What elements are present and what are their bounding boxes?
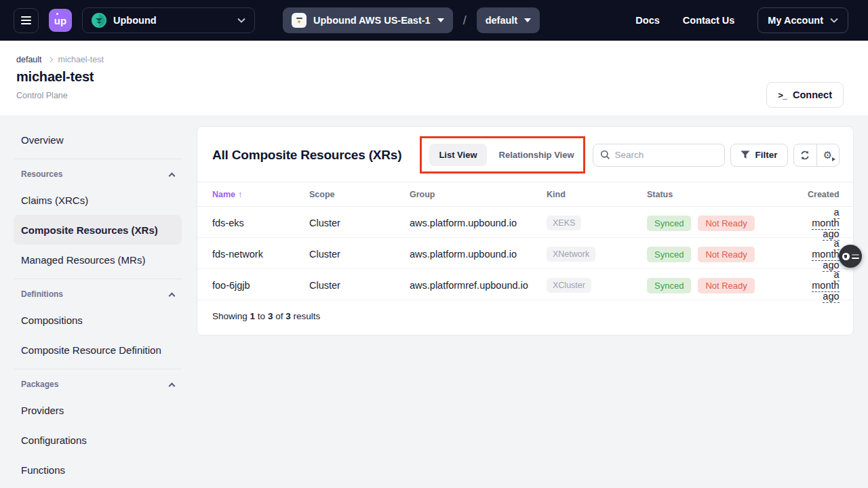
organization-selector-label: Upbound bbox=[113, 15, 157, 26]
breadcrumb: default michael-test bbox=[16, 55, 868, 64]
created-timestamp[interactable]: a month ago bbox=[812, 269, 839, 303]
sidebar-section-packages-label: Packages bbox=[21, 380, 58, 389]
sidebar-section-resources[interactable]: Resources bbox=[14, 163, 182, 185]
org-avatar-icon bbox=[92, 13, 106, 28]
tab-list-view[interactable]: List View bbox=[429, 144, 486, 166]
filter-button-label: Filter bbox=[755, 150, 778, 160]
refresh-button[interactable] bbox=[794, 144, 816, 166]
results-total: 3 bbox=[285, 311, 291, 321]
cell-scope: Cluster bbox=[309, 249, 410, 260]
results-summary: Showing 1 to 3 of 3 results bbox=[197, 300, 853, 335]
status-badge-synced: Synced bbox=[647, 278, 691, 293]
chevron-right-icon bbox=[47, 56, 52, 62]
kind-badge: XCluster bbox=[547, 278, 591, 293]
sidebar-section-resources-label: Resources bbox=[21, 169, 62, 179]
page-title: michael-test bbox=[16, 69, 868, 85]
my-account-button[interactable]: My Account bbox=[757, 7, 848, 33]
play-icon bbox=[832, 157, 835, 161]
annotation-highlight-box: List View Relationship View bbox=[420, 136, 585, 174]
cell-name: foo-6jgjb bbox=[212, 280, 309, 291]
chevron-up-icon bbox=[169, 382, 176, 389]
control-plane-icon bbox=[292, 13, 307, 28]
table-row[interactable]: fds-network Cluster aws.platform.upbound… bbox=[197, 238, 853, 269]
group-selector-label: default bbox=[486, 15, 518, 26]
cell-name: fds-network bbox=[212, 249, 309, 260]
cell-group: aws.platformref.upbound.io bbox=[410, 280, 547, 291]
column-header-status: Status bbox=[647, 190, 808, 199]
feedback-widget-button[interactable] bbox=[839, 245, 862, 268]
sidebar-item-composite-resource-definition[interactable]: Composite Resource Definition bbox=[14, 335, 182, 365]
table-header-row: Name ↑ Scope Group Kind Status Created bbox=[197, 182, 853, 207]
page-subtitle: Control Plane bbox=[16, 91, 868, 100]
connect-button-label: Connect bbox=[793, 89, 832, 100]
sidebar-section-definitions-label: Definitions bbox=[21, 289, 63, 299]
breadcrumb-default[interactable]: default bbox=[16, 55, 42, 64]
search-icon bbox=[600, 150, 610, 160]
control-plane-selector-label: Upbound AWS US-East-1 bbox=[313, 15, 431, 26]
column-header-scope: Scope bbox=[309, 190, 410, 199]
sidebar-item-managed-resources[interactable]: Managed Resources (MRs) bbox=[14, 245, 182, 274]
status-badge-synced: Synced bbox=[647, 247, 691, 262]
status-badge-not-ready: Not Ready bbox=[698, 216, 754, 231]
connect-button[interactable]: >_ Connect bbox=[766, 82, 844, 108]
top-navbar: up Upbound Upbound AWS US-East-1 / defau… bbox=[0, 0, 868, 41]
sidebar-section-packages[interactable]: Packages bbox=[14, 373, 182, 395]
sidebar-item-compositions[interactable]: Compositions bbox=[14, 305, 182, 335]
column-header-name[interactable]: Name ↑ bbox=[212, 190, 309, 199]
toolbar: Filter ⚙ bbox=[593, 144, 840, 167]
status-badge-synced: Synced bbox=[647, 216, 691, 231]
card-header: All Composite Resources (XRs) List View … bbox=[197, 127, 853, 182]
group-selector[interactable]: default bbox=[477, 7, 540, 33]
content-area: Overview Resources Claims (XRCs) Composi… bbox=[0, 115, 868, 488]
docs-link[interactable]: Docs bbox=[635, 15, 659, 26]
table-row[interactable]: fds-eks Cluster aws.platform.upbound.io … bbox=[197, 207, 853, 238]
results-end: 3 bbox=[268, 311, 273, 321]
cell-group: aws.platform.upbound.io bbox=[410, 218, 547, 228]
table-row[interactable]: foo-6jgjb Cluster aws.platformref.upboun… bbox=[197, 269, 853, 300]
tab-relationship-view[interactable]: Relationship View bbox=[487, 144, 576, 166]
cell-scope: Cluster bbox=[309, 218, 410, 228]
results-start: 1 bbox=[250, 311, 256, 321]
card-title: All Composite Resources (XRs) bbox=[212, 148, 401, 163]
sidebar: Overview Resources Claims (XRCs) Composi… bbox=[0, 115, 197, 485]
sidebar-item-composite-resources[interactable]: Composite Resources (XRs) bbox=[14, 215, 182, 245]
search-input[interactable] bbox=[615, 150, 717, 160]
divider bbox=[14, 279, 182, 279]
refresh-icon bbox=[800, 150, 810, 161]
upbound-logo[interactable]: up bbox=[49, 9, 72, 32]
filter-button[interactable]: Filter bbox=[730, 144, 788, 167]
sidebar-item-overview[interactable]: Overview bbox=[14, 125, 182, 155]
created-timestamp[interactable]: a month ago bbox=[812, 238, 839, 272]
navbar-links: Docs Contact Us My Account bbox=[635, 7, 848, 33]
column-header-kind: Kind bbox=[547, 190, 647, 199]
cell-scope: Cluster bbox=[309, 280, 410, 291]
sidebar-item-providers[interactable]: Providers bbox=[14, 395, 182, 425]
table-actions-group: ⚙ bbox=[793, 144, 840, 167]
contact-us-link[interactable]: Contact Us bbox=[683, 15, 735, 26]
column-header-created: Created bbox=[808, 190, 840, 199]
kind-badge: XNetwork bbox=[547, 247, 595, 262]
hamburger-icon bbox=[21, 16, 31, 18]
chevron-down-icon bbox=[237, 18, 245, 23]
cell-group: aws.platform.upbound.io bbox=[410, 249, 547, 260]
hamburger-menu-button[interactable] bbox=[14, 8, 39, 33]
feedback-icon bbox=[842, 253, 850, 260]
sidebar-item-functions[interactable]: Functions bbox=[14, 455, 182, 485]
control-plane-selector[interactable]: Upbound AWS US-East-1 bbox=[283, 7, 453, 33]
status-badge-not-ready: Not Ready bbox=[698, 247, 754, 262]
path-separator: / bbox=[463, 14, 467, 28]
kind-badge: XEKS bbox=[547, 216, 581, 230]
sidebar-item-claims[interactable]: Claims (XRCs) bbox=[14, 185, 182, 215]
auto-refresh-settings-button[interactable]: ⚙ bbox=[816, 144, 839, 166]
sidebar-item-configurations[interactable]: Configurations bbox=[14, 425, 182, 455]
organization-selector[interactable]: Upbound bbox=[82, 7, 255, 33]
search-box bbox=[593, 144, 725, 167]
terminal-icon: >_ bbox=[778, 90, 787, 100]
page-header: default michael-test michael-test Contro… bbox=[0, 41, 868, 115]
chevron-up-icon bbox=[169, 172, 176, 179]
sidebar-section-definitions[interactable]: Definitions bbox=[14, 283, 182, 305]
column-header-group: Group bbox=[410, 190, 547, 199]
created-timestamp[interactable]: a month ago bbox=[812, 207, 839, 241]
caret-down-icon bbox=[437, 18, 444, 22]
divider bbox=[14, 159, 182, 159]
